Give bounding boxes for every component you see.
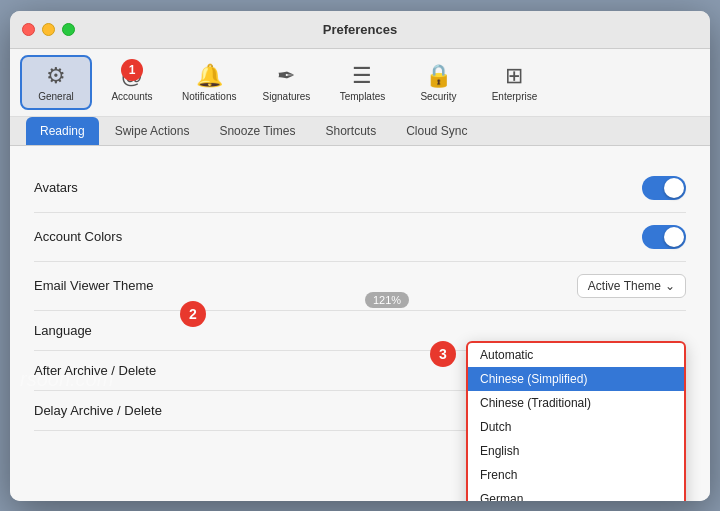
- account-colors-toggle[interactable]: [642, 225, 686, 249]
- language-row: Language AutomaticChinese (Simplified)Ch…: [34, 311, 686, 351]
- email-viewer-theme-label: Email Viewer Theme: [34, 278, 153, 293]
- toolbar-item-signatures[interactable]: ✒Signatures: [250, 55, 322, 110]
- titlebar: Preferences: [10, 11, 710, 49]
- subtab-snooze[interactable]: Snooze Times: [205, 117, 309, 145]
- account-colors-row: Account Colors: [34, 213, 686, 262]
- language-label: Language: [34, 323, 92, 338]
- subtab-swipe[interactable]: Swipe Actions: [101, 117, 204, 145]
- avatars-row: Avatars: [34, 164, 686, 213]
- toolbar: ⚙General1@Accounts🔔Notifications✒Signatu…: [10, 49, 710, 117]
- zoom-badge: 121%: [365, 292, 409, 308]
- badge-3: 3: [430, 341, 456, 367]
- toolbar-item-general[interactable]: ⚙General: [20, 55, 92, 110]
- notifications-icon: 🔔: [196, 63, 223, 89]
- toolbar-item-notifications[interactable]: 🔔Notifications: [172, 55, 246, 110]
- email-viewer-theme-row: Email Viewer Theme Active Theme ⌄: [34, 262, 686, 311]
- toolbar-label-signatures: Signatures: [263, 91, 311, 102]
- dropdown-item[interactable]: Chinese (Simplified): [468, 367, 684, 391]
- general-icon: ⚙: [46, 63, 66, 89]
- enterprise-icon: ⊞: [505, 63, 523, 89]
- active-theme-button[interactable]: Active Theme ⌄: [577, 274, 686, 298]
- signatures-icon: ✒: [277, 63, 295, 89]
- badge-2: 2: [180, 301, 206, 327]
- subtab-shortcuts[interactable]: Shortcuts: [311, 117, 390, 145]
- subtab-cloudsync[interactable]: Cloud Sync: [392, 117, 481, 145]
- window-title: Preferences: [323, 22, 397, 37]
- toolbar-label-security: Security: [420, 91, 456, 102]
- toolbar-item-enterprise[interactable]: ⊞Enterprise: [478, 55, 550, 110]
- security-icon: 🔒: [425, 63, 452, 89]
- close-button[interactable]: [22, 23, 35, 36]
- dropdown-item[interactable]: Dutch: [468, 415, 684, 439]
- subtab-reading[interactable]: Reading: [26, 117, 99, 145]
- toolbar-label-accounts: Accounts: [111, 91, 152, 102]
- dropdown-item[interactable]: French: [468, 463, 684, 487]
- account-colors-label: Account Colors: [34, 229, 122, 244]
- dropdown-item[interactable]: English: [468, 439, 684, 463]
- maximize-button[interactable]: [62, 23, 75, 36]
- language-dropdown[interactable]: AutomaticChinese (Simplified)Chinese (Tr…: [466, 341, 686, 501]
- dropdown-item[interactable]: Chinese (Traditional): [468, 391, 684, 415]
- settings-content: rsoon.com Avatars Account Colors Email V…: [10, 146, 710, 501]
- toolbar-label-enterprise: Enterprise: [492, 91, 538, 102]
- toolbar-item-templates[interactable]: ☰Templates: [326, 55, 398, 110]
- toolbar-label-general: General: [38, 91, 74, 102]
- toolbar-badge-accounts: 1: [121, 59, 143, 81]
- toolbar-item-accounts[interactable]: 1@Accounts: [96, 55, 168, 110]
- subtabs-bar: ReadingSwipe ActionsSnooze TimesShortcut…: [10, 117, 710, 146]
- after-archive-label: After Archive / Delete: [34, 363, 156, 378]
- traffic-lights: [22, 23, 75, 36]
- dropdown-item[interactable]: German: [468, 487, 684, 501]
- templates-icon: ☰: [352, 63, 372, 89]
- toolbar-item-security[interactable]: 🔒Security: [402, 55, 474, 110]
- dropdown-item[interactable]: Automatic: [468, 343, 684, 367]
- avatars-label: Avatars: [34, 180, 78, 195]
- delay-archive-label: Delay Archive / Delete: [34, 403, 162, 418]
- toolbar-label-templates: Templates: [340, 91, 386, 102]
- toolbar-label-notifications: Notifications: [182, 91, 236, 102]
- avatars-toggle[interactable]: [642, 176, 686, 200]
- minimize-button[interactable]: [42, 23, 55, 36]
- preferences-window: Preferences ⚙General1@Accounts🔔Notificat…: [10, 11, 710, 501]
